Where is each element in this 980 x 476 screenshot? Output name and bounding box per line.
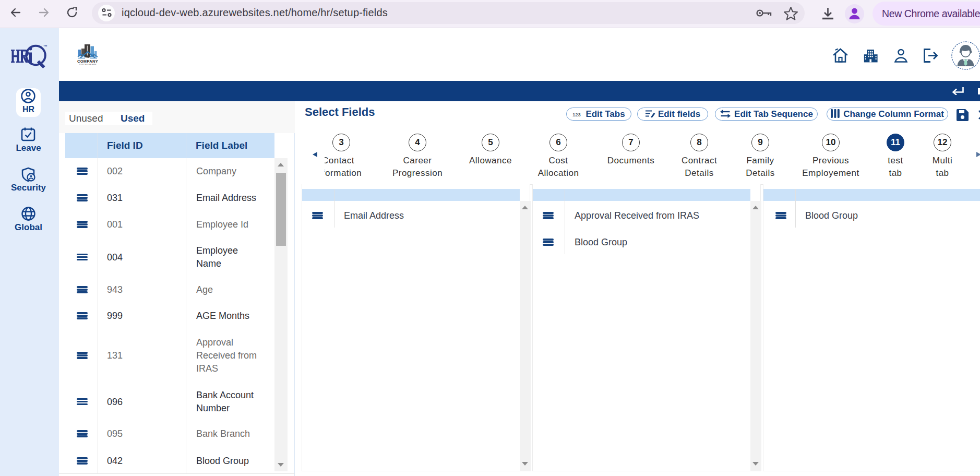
svg-text:COMPANY: COMPANY [77, 59, 98, 64]
svg-text:YOUR TAGLINE HERE: YOUR TAGLINE HERE [79, 64, 96, 66]
svg-text:123: 123 [572, 112, 581, 117]
svg-text:™: ™ [43, 44, 47, 49]
